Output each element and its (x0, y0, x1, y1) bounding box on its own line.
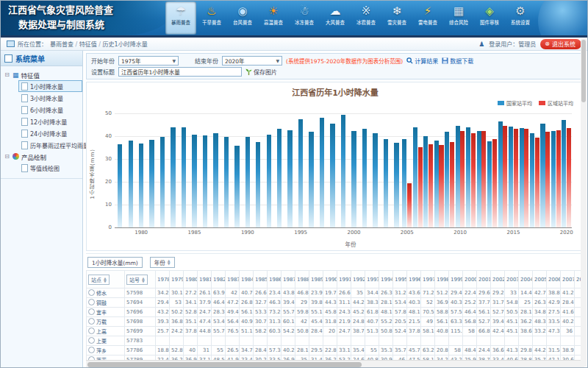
value-cell: 28.4 (561, 298, 575, 308)
value-cell: 42.4 (491, 327, 505, 336)
toolbar-item-typhoon[interactable]: ◉台风普查 (227, 1, 258, 35)
value-cell: 30.1 (170, 289, 184, 298)
value-cell: 46.4 (212, 298, 226, 308)
year-column-header: 2004 (519, 271, 533, 289)
value-cell: 28.3 (212, 308, 226, 317)
value-cell (435, 336, 449, 346)
sidebar-item-等值线绘图[interactable]: 等值线绘图 (18, 162, 82, 174)
toolbar-item-combined-risk[interactable]: ▦综合风险 (443, 1, 474, 35)
bar-国家站平均-1984 (182, 127, 186, 227)
bar-国家站平均-2007 (423, 136, 428, 227)
station-radio[interactable] (88, 328, 95, 334)
toolbar-item-label: 冰冻普查 (295, 18, 314, 25)
calculate-button[interactable]: 计算结果 (406, 57, 438, 65)
station-sort-button[interactable]: 站点▲▼ (88, 275, 110, 285)
sidebar-item-历年暴雨过程平均雨量[interactable]: 历年暴雨过程平均雨量 (18, 139, 82, 151)
bar-国家站平均-1982 (160, 137, 165, 227)
start-year-select[interactable]: 1975年▼ (118, 56, 179, 66)
toolbar-item-label: 干旱普查 (202, 18, 221, 25)
station-name-cell: 上高 (87, 327, 125, 336)
sidebar-group-特征值[interactable]: ⊟▦特征值 (4, 69, 82, 80)
value-cell: 40.9 (240, 317, 254, 327)
sidebar-tree: ⊟▦特征值1小时降水量3小时降水量6小时降水量12小时降水量24小时降水量历年暴… (1, 66, 82, 179)
station-radio[interactable] (88, 347, 95, 353)
year-column-header: 1998 (435, 271, 449, 289)
value-cell: 44.2 (533, 346, 547, 355)
power-icon: ⊗ (545, 40, 550, 47)
vertical-scrollbar-thumb[interactable] (581, 40, 586, 102)
toolbar-item-drought[interactable]: ♨干旱普查 (196, 1, 227, 35)
station-radio[interactable] (88, 299, 95, 305)
expand-icon[interactable]: ⊟ (4, 153, 10, 160)
value-cell: 24.4 (477, 346, 491, 355)
unit-selector[interactable]: 1小时降水量(mm) (87, 257, 143, 268)
sidebar-item-3小时降水量[interactable]: 3小时降水量 (18, 92, 82, 104)
chart-title-input[interactable] (118, 67, 242, 77)
value-cell (170, 336, 184, 346)
vertical-scrollbar (581, 38, 587, 367)
toolbar-item-settings[interactable]: ⚙系统设置 (505, 1, 536, 35)
horizontal-scrollbar-thumb[interactable] (87, 362, 362, 367)
end-year-select[interactable]: 2020年▼ (222, 56, 282, 66)
station-radio[interactable] (88, 289, 95, 296)
y-tick-label: 20 (96, 179, 112, 185)
station-radio[interactable] (88, 318, 95, 325)
value-cell: 37.8 (184, 327, 198, 336)
toolbar-item-hail[interactable]: ※冰雹普查 (351, 1, 381, 35)
toolbar-item-freeze[interactable]: ☃冰冻普查 (289, 1, 320, 35)
value-cell: 45.1 (505, 327, 519, 336)
toolbar-item-gale[interactable]: ☁大风普查 (320, 1, 351, 35)
value-cell: 21.5 (407, 317, 421, 327)
year-column-header: 1980 (184, 271, 198, 289)
value-cell: 53 (170, 298, 184, 308)
sidebar-group-产品绘制[interactable]: ⊟产品绘制 (4, 151, 82, 162)
bar-区域站平均-2016 (524, 129, 528, 227)
breadcrumb-item[interactable]: 暴雨普查 (50, 41, 74, 48)
toolbar-item-lightning[interactable]: ⚡雷电普查 (412, 1, 443, 35)
value-cell: 33.5 (547, 317, 561, 327)
station-id-cell: 57783 (125, 336, 156, 346)
value-cell: 55.1 (309, 308, 323, 317)
toolbar-item-snow[interactable]: ❄雪灾普查 (381, 1, 412, 35)
station-name-cell: 上栗 (87, 336, 125, 346)
sidebar-item-24小时降水量[interactable]: 24小时降水量 (18, 127, 82, 139)
sidebar-item-1小时降水量[interactable]: 1小时降水量 (18, 80, 82, 92)
document-icon (21, 164, 28, 172)
y-tick-label: 40 (96, 133, 112, 139)
toolbar-item-rainstorm[interactable]: ☂暴雨普查 (165, 1, 196, 35)
station-radio[interactable] (88, 308, 95, 315)
download-button[interactable]: 数据下载 (442, 57, 473, 65)
value-cell: 52.7 (477, 317, 491, 327)
sidebar-item-12小时降水量[interactable]: 12小时降水量 (18, 116, 82, 127)
breadcrumb-item[interactable]: 历史1小时降水量 (103, 41, 148, 48)
station-id-sort-button[interactable]: 站号▲▼ (126, 275, 148, 285)
value-cell: 35.7 (393, 346, 407, 355)
toolbar-item-label: 台风普查 (233, 18, 252, 25)
year-column-header: 1997 (421, 271, 435, 289)
value-cell: 26.3 (533, 298, 547, 308)
bar-国家站平均-1980 (139, 144, 143, 227)
year-column-header: 1995 (393, 271, 407, 289)
station-id-cell: 57786 (125, 346, 156, 355)
breadcrumb-item[interactable]: 特征值 (79, 41, 97, 48)
year-column-header: 1991 (337, 271, 351, 289)
value-cell: 34.7 (240, 346, 254, 355)
value-cell: 45.4 (309, 317, 323, 327)
save-disk-icon (442, 57, 448, 64)
start-year-label: 开始年份 (91, 57, 115, 65)
value-cell: 76.5 (226, 327, 240, 336)
x-tick-label: 2015 (507, 230, 520, 236)
value-cell: 45.1 (505, 317, 519, 327)
value-cell: 28.4 (254, 346, 268, 355)
logout-button[interactable]: ⊗退出系统 (540, 39, 581, 49)
value-cell (212, 336, 226, 346)
expand-icon[interactable]: ⊟ (4, 71, 10, 78)
save-image-button[interactable]: 保存图片 (245, 68, 277, 76)
sidebar-item-6小时降水量[interactable]: 6小时降水量 (18, 104, 82, 116)
value-cell (295, 336, 309, 346)
year-column-header: 1983 (226, 271, 240, 289)
toolbar-item-map-review[interactable]: ◈图件审核 (474, 1, 505, 35)
station-radio[interactable] (88, 337, 95, 344)
year-sort-control[interactable]: 年份 ▲▼ (150, 257, 175, 268)
toolbar-item-high-temp[interactable]: ☀高温普查 (258, 1, 289, 35)
